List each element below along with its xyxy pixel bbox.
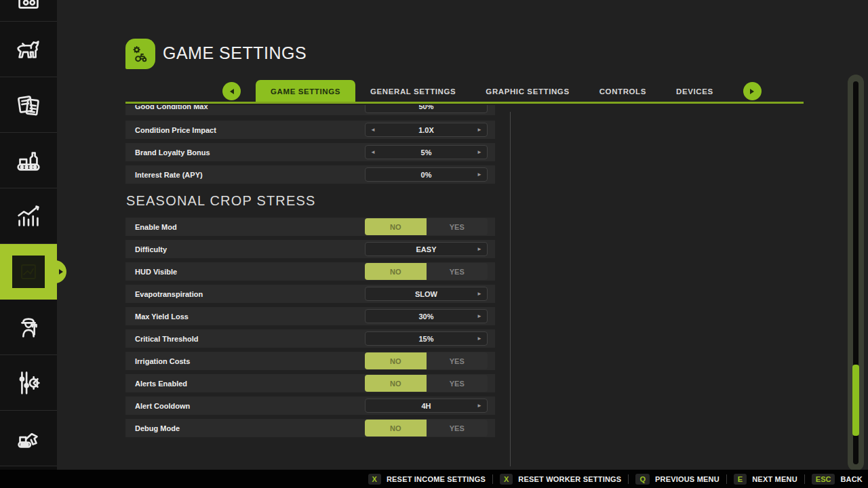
sidebar-item-statistics[interactable]: [0, 188, 57, 244]
documents-icon: [13, 89, 44, 121]
setting-label: Evapotranspiration: [135, 290, 203, 298]
setting-label: Condition Price Impact: [135, 126, 216, 134]
value-selector[interactable]: ◄ 5% ►: [365, 145, 488, 159]
footer-separator: [628, 474, 629, 484]
sidebar-item-contracts[interactable]: [0, 77, 57, 133]
shortcut-label: BACK: [840, 475, 863, 483]
toggle-no-button[interactable]: NO: [365, 375, 427, 392]
shortcut-reset-worker[interactable]: X RESET WORKER SETTINGS: [500, 474, 621, 485]
increase-arrow-icon[interactable]: ►: [477, 123, 482, 137]
tractor-gear-icon: [130, 43, 151, 65]
tab-devices[interactable]: DEVICES: [661, 80, 728, 102]
sidebar-item-vehicles[interactable]: [0, 0, 57, 22]
value-selector[interactable]: 50%: [365, 105, 488, 113]
selector-value: 4H: [365, 399, 488, 413]
selector-value: 5%: [365, 145, 488, 159]
tab-underline: [125, 102, 804, 104]
value-selector[interactable]: 15% ►: [365, 331, 488, 346]
setting-label: Alerts Enabled: [135, 380, 187, 388]
value-selector[interactable]: 30% ►: [365, 309, 488, 323]
statistics-icon: [13, 201, 44, 232]
selector-value: 0%: [365, 167, 488, 182]
setting-row-condition-price-impact: Condition Price Impact ◄ 1.0X ►: [125, 121, 495, 139]
sidebar-item-production[interactable]: [0, 133, 57, 188]
scrollbar-track[interactable]: [853, 81, 859, 464]
tab-graphic-settings[interactable]: GRAPHIC SETTINGS: [471, 80, 584, 102]
toggle-yes-button[interactable]: YES: [427, 352, 488, 369]
toggle-enable-mod: NO YES: [365, 218, 488, 235]
selector-value: SLOW: [365, 287, 488, 301]
tabs-prev-button[interactable]: [222, 82, 241, 100]
game-settings-screen: GAME SETTINGS GAME SETTINGS GENERAL SETT…: [0, 0, 868, 488]
shortcut-next-menu[interactable]: E NEXT MENU: [734, 474, 797, 485]
tab-game-settings[interactable]: GAME SETTINGS: [256, 80, 355, 102]
shortcut-back[interactable]: ESC BACK: [812, 474, 863, 485]
settings-list: Good Condition Max 50% Condition Price I…: [125, 105, 495, 441]
shortcut-reset-income[interactable]: X RESET INCOME SETTINGS: [368, 474, 486, 485]
chevron-left-icon: [230, 89, 234, 94]
setting-label: Brand Loyalty Bonus: [135, 148, 210, 157]
increase-arrow-icon[interactable]: ►: [477, 399, 482, 413]
tab-general-settings[interactable]: GENERAL SETTINGS: [355, 80, 471, 102]
cow-icon: [13, 34, 44, 65]
footer-separator: [804, 474, 805, 484]
value-selector[interactable]: 4H ►: [365, 399, 488, 413]
selector-value: 30%: [365, 309, 488, 323]
increase-arrow-icon[interactable]: ►: [477, 331, 482, 346]
toggle-yes-button[interactable]: YES: [427, 263, 488, 280]
setting-row-good-condition-max: Good Condition Max 50%: [125, 105, 495, 115]
key-x-badge: X: [500, 474, 513, 485]
setting-row-enable-mod: Enable Mod NO YES: [125, 218, 495, 236]
shortcut-label: PREVIOUS MENU: [655, 475, 719, 483]
value-selector[interactable]: ◄ 1.0X ►: [365, 123, 488, 137]
increase-arrow-icon[interactable]: ►: [477, 242, 482, 256]
value-selector[interactable]: SLOW ►: [365, 287, 488, 301]
toggle-no-button[interactable]: NO: [365, 218, 427, 235]
value-selector[interactable]: EASY ►: [365, 242, 488, 256]
tab-bar: GAME SETTINGS GENERAL SETTINGS GRAPHIC S…: [125, 80, 804, 102]
clipped-row-wrapper: Good Condition Max 50%: [125, 105, 495, 117]
farmer-icon: [13, 312, 44, 343]
increase-arrow-icon[interactable]: ►: [477, 167, 482, 182]
shortcut-label: RESET WORKER SETTINGS: [518, 475, 621, 483]
toggle-yes-button[interactable]: YES: [427, 420, 488, 436]
sidebar-item-construction[interactable]: [0, 411, 57, 466]
content-divider: [510, 112, 511, 466]
selector-value: 1.0X: [365, 123, 488, 137]
setting-label: Debug Mode: [135, 424, 180, 432]
tabs-next-button[interactable]: [743, 82, 762, 100]
setting-row-alert-cooldown: Alert Cooldown 4H ►: [125, 396, 495, 415]
section-title: SEASONAL CROP STRESS: [126, 193, 495, 209]
scrollbar: [848, 75, 864, 471]
setting-row-evapotranspiration: Evapotranspiration SLOW ►: [125, 285, 495, 303]
toggle-irrigation-costs: NO YES: [365, 352, 488, 369]
setting-row-hud-visible: HUD Visible NO YES: [125, 262, 495, 281]
sidebar-item-animals[interactable]: [0, 22, 57, 77]
key-x-badge: X: [368, 474, 381, 485]
selector-value: 50%: [365, 105, 488, 113]
setting-label: Alert Cooldown: [135, 402, 190, 410]
setting-row-debug-mode: Debug Mode NO YES: [125, 419, 495, 437]
shortcut-label: NEXT MENU: [752, 475, 797, 483]
setting-row-brand-loyalty-bonus: Brand Loyalty Bonus ◄ 5% ►: [125, 143, 495, 161]
toggle-yes-button[interactable]: YES: [427, 218, 488, 235]
toggle-no-button[interactable]: NO: [365, 352, 427, 369]
scrollbar-thumb[interactable]: [852, 365, 859, 436]
setting-row-critical-threshold: Critical Threshold 15% ►: [125, 329, 495, 348]
toggle-no-button[interactable]: NO: [365, 420, 427, 436]
setting-label: Enable Mod: [135, 223, 177, 231]
shortcut-previous-menu[interactable]: Q PREVIOUS MENU: [635, 474, 719, 485]
tab-controls[interactable]: CONTROLS: [585, 80, 661, 102]
mod-icon-tile: [12, 256, 45, 288]
increase-arrow-icon[interactable]: ►: [477, 309, 482, 323]
toggle-yes-button[interactable]: YES: [427, 375, 488, 392]
sidebar-item-mod-settings[interactable]: [0, 244, 57, 300]
key-esc-badge: ESC: [812, 474, 835, 485]
toggle-no-button[interactable]: NO: [365, 263, 427, 280]
sidebar-item-game-settings[interactable]: [0, 355, 57, 411]
toggle-debug-mode: NO YES: [365, 420, 488, 436]
increase-arrow-icon[interactable]: ►: [477, 145, 482, 159]
increase-arrow-icon[interactable]: ►: [477, 287, 482, 301]
value-selector[interactable]: 0% ►: [365, 167, 488, 182]
sidebar-item-workers[interactable]: [0, 300, 57, 355]
